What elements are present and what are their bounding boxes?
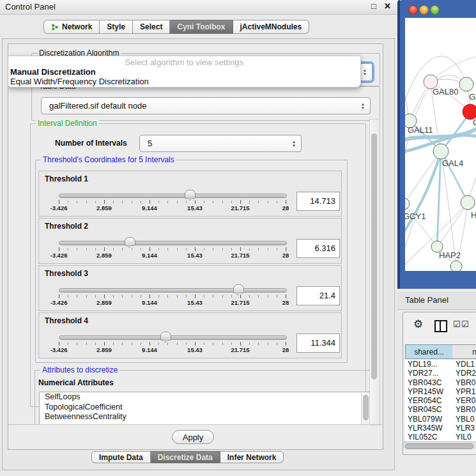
tick-mark — [213, 248, 213, 250]
tick-mark — [195, 247, 196, 251]
tab-discretize-data[interactable]: Discretize Data — [151, 451, 220, 463]
column-header-shared[interactable]: shared... — [405, 344, 453, 359]
cell-shared-name: YER054C — [408, 396, 441, 405]
tick-mark — [204, 248, 204, 250]
scrollbar-thumb[interactable] — [371, 134, 377, 380]
numerical-attributes-list[interactable]: SelfLoopsTopologicalCoefficientBetweenne… — [39, 392, 371, 424]
threshold-value-field[interactable]: 21.4 — [296, 286, 340, 305]
network-canvas[interactable]: GAL80GACGAL11GAL4GCY1HHAP2 — [405, 18, 476, 271]
network-node[interactable] — [461, 196, 475, 210]
network-icon — [51, 23, 59, 31]
tick-mark — [59, 247, 59, 251]
tick-mark — [68, 248, 68, 250]
network-graph[interactable]: GAL80GACGAL11GAL4GCY1HHAP2 — [405, 18, 476, 271]
threshold-slider-track[interactable] — [59, 288, 287, 293]
tick-mark — [95, 295, 96, 298]
tab-jactivemnodules[interactable]: jActiveMNodules — [233, 20, 310, 34]
tab-impute-data[interactable]: Impute Data — [91, 451, 151, 463]
split-columns-icon[interactable] — [434, 320, 447, 332]
network-node[interactable] — [459, 77, 473, 91]
mac-close-button[interactable] — [408, 5, 418, 15]
tick-mark — [59, 200, 59, 204]
table-rows: YDL19...YDL1YDR27...YDR2YBR043CYBR0YPR14… — [405, 360, 476, 441]
network-node[interactable] — [405, 198, 410, 210]
network-edge[interactable] — [437, 203, 468, 247]
threshold-slider-thumb[interactable] — [185, 190, 196, 199]
tab-network[interactable]: Network — [43, 20, 100, 34]
column-header-name[interactable]: n... — [452, 344, 476, 359]
network-edge[interactable] — [405, 204, 437, 247]
checkbox-icon[interactable]: ☑ — [461, 319, 469, 329]
tick-mark — [286, 295, 286, 298]
tick-mark — [258, 201, 259, 203]
network-node[interactable] — [450, 261, 462, 271]
scrollbar-thumb[interactable] — [363, 395, 369, 420]
table-row[interactable]: YPR145WYPR1 — [405, 387, 476, 396]
tick-mark — [286, 342, 286, 346]
settings-scroll-viewport: Discretization Algorithm ▲▼ Table Data g… — [8, 44, 383, 424]
threshold-label: Threshold 2 — [45, 222, 88, 231]
tick-mark — [113, 295, 114, 298]
cell-shared-name: YDR27... — [408, 369, 439, 378]
network-node-label: HAP2 — [439, 250, 461, 260]
threshold-label: Threshold 3 — [45, 269, 88, 278]
threshold-slider-thumb[interactable] — [233, 284, 244, 293]
threshold-slider-thumb[interactable] — [125, 237, 135, 246]
table-row[interactable]: YBR045CYBR0 — [405, 405, 476, 414]
main-scrollbar[interactable] — [369, 119, 380, 426]
attribute-list-item[interactable]: SelfLoops — [40, 392, 371, 403]
table-row[interactable]: YDL19...YDL1 — [405, 360, 476, 369]
mac-minimize-button[interactable] — [419, 5, 429, 15]
tick-mark — [268, 201, 268, 203]
number-of-intervals-combobox[interactable]: 5 ▲▼ — [139, 135, 302, 152]
table-row[interactable]: YER054CYER0 — [405, 396, 476, 405]
tick-mark — [268, 342, 268, 345]
threshold-slider-track[interactable] — [59, 194, 287, 198]
gear-icon[interactable]: ⚙ — [413, 318, 423, 331]
threshold-slider-track[interactable] — [59, 335, 287, 340]
number-of-intervals-value: 5 — [148, 135, 152, 151]
attribute-list-item[interactable]: BetweennessCentrality — [40, 412, 371, 422]
table-row[interactable]: YBL079WYBL0 — [405, 415, 476, 424]
tab-infer-network[interactable]: Infer Network — [220, 451, 284, 463]
top-tab-bar: NetworkStyleSelectCyni ToolboxjActiveMNo… — [43, 20, 309, 34]
tab-cyni-toolbox[interactable]: Cyni Toolbox — [170, 20, 233, 34]
float-window-icon[interactable]: □ — [371, 1, 376, 11]
popup-item-manual-discretization[interactable]: Manual Discretization — [10, 67, 96, 77]
table-row[interactable]: YBR043CYBR0 — [405, 378, 476, 387]
tab-select[interactable]: Select — [133, 20, 170, 34]
threshold-value-field[interactable]: 6.316 — [296, 239, 340, 258]
attribute-list-item[interactable]: TopologicalCoefficient — [40, 403, 371, 413]
table-data-combobox[interactable]: galFiltered.sif default node ▲▼ — [41, 97, 371, 114]
threshold-4-panel: Threshold 4-3.4262.8599.14415.4321.71528… — [38, 312, 342, 358]
table-row[interactable]: YDR27...YDR2 — [405, 369, 476, 378]
threshold-slider-track[interactable] — [59, 241, 287, 245]
tick-label: 21.715 — [231, 299, 249, 306]
cell-shared-name: YBR043C — [408, 378, 441, 387]
tick-label: -3.426 — [50, 299, 68, 306]
scrollbar-thumb[interactable] — [405, 443, 473, 449]
network-edge[interactable] — [441, 151, 456, 266]
attributes-list-scrollbar[interactable] — [361, 393, 370, 424]
table-hscrollbar[interactable] — [403, 441, 476, 449]
apply-button[interactable]: Apply — [172, 430, 214, 444]
tick-mark — [240, 200, 241, 204]
tick-mark — [258, 342, 259, 345]
checkbox-icon[interactable]: ☑ — [453, 319, 461, 329]
threshold-value-field[interactable]: 14.713 — [296, 192, 340, 211]
threshold-3-panel: Threshold 3-3.4262.8599.14415.4321.71528… — [38, 265, 342, 311]
tab-style[interactable]: Style — [100, 20, 133, 34]
tick-mark — [249, 248, 250, 250]
tick-mark — [95, 248, 96, 250]
tick-mark — [150, 295, 150, 298]
table-row[interactable]: YIL052CYIL0 — [405, 433, 476, 441]
threshold-slider-thumb[interactable] — [160, 332, 171, 341]
network-node[interactable] — [433, 144, 449, 159]
popup-item-equal-width[interactable]: Equal Width/Frequency Discretization — [10, 77, 149, 86]
close-icon[interactable]: ✕ — [384, 1, 391, 11]
tick-label: 15.43 — [187, 204, 203, 211]
threshold-value-field[interactable]: 11.344 — [296, 334, 340, 353]
mac-zoom-button[interactable] — [430, 5, 440, 15]
table-row[interactable]: YLR345WYLR3 — [405, 424, 476, 433]
tick-mark — [86, 295, 87, 298]
